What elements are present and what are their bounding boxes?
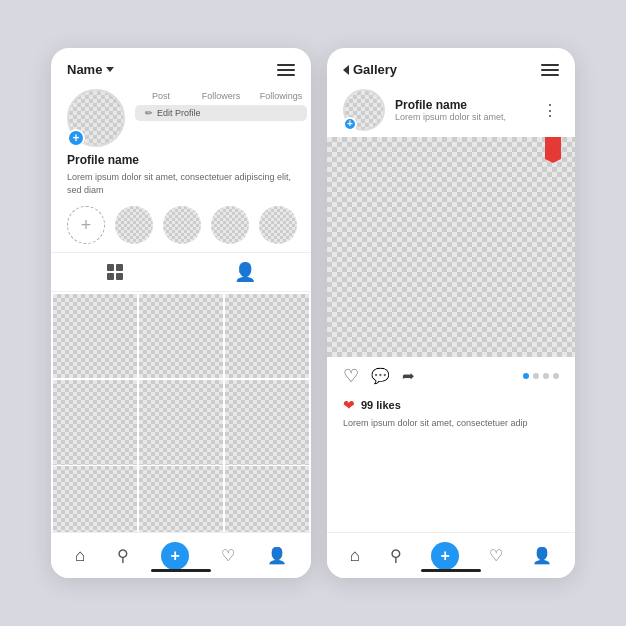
right-nav-home-button[interactable]: ⌂	[350, 546, 360, 566]
grid-cell	[107, 264, 114, 271]
profile-section: + Post Followers Followings	[51, 85, 311, 153]
user-icon: 👤	[532, 546, 552, 565]
stat-followings-label: Followings	[260, 91, 303, 101]
story-circle-3[interactable]	[211, 206, 249, 244]
story-circle-4[interactable]	[259, 206, 297, 244]
nav-add-button[interactable]: +	[161, 542, 189, 570]
dot-2	[533, 373, 539, 379]
edit-profile-button[interactable]: ✏ Edit Profile	[135, 105, 307, 121]
action-bar: ♡ 💬 ➦	[327, 357, 575, 395]
grid-cell	[116, 273, 123, 280]
carousel-indicator	[523, 373, 559, 379]
hamburger-menu[interactable]	[277, 64, 295, 76]
story-circle-1[interactable]	[115, 206, 153, 244]
avatar-wrap: +	[67, 89, 125, 147]
right-profile-info: Profile name Lorem ipsum dolor sit amet,	[395, 98, 532, 122]
hamburger-line	[277, 64, 295, 66]
post-cell-3[interactable]	[225, 294, 310, 379]
likes-row: ❤ 99 likes	[327, 395, 575, 417]
grid-cell	[116, 264, 123, 271]
profile-bio: Lorem ipsum dolor sit amet, consectetuer…	[51, 171, 311, 202]
stat-post: Post	[135, 91, 187, 101]
pencil-icon: ✏	[145, 108, 153, 118]
profile-name-header[interactable]: Name	[67, 62, 114, 77]
post-image[interactable]	[327, 137, 575, 357]
profile-tabs: 👤	[51, 252, 311, 292]
chevron-left-icon	[343, 65, 349, 75]
right-nav-search-button[interactable]: ⚲	[390, 546, 402, 565]
left-header: Name	[51, 48, 311, 85]
post-cell-5[interactable]	[139, 380, 224, 465]
stats-row: Post Followers Followings	[135, 91, 307, 101]
search-icon: ⚲	[117, 546, 129, 565]
heart-icon: ♡	[489, 546, 503, 565]
tab-person-icon[interactable]: 👤	[234, 261, 256, 283]
post-cell-2[interactable]	[139, 294, 224, 379]
hamburger-line	[277, 69, 295, 71]
hamburger-line	[541, 74, 559, 76]
profile-display-name: Profile name	[51, 153, 311, 171]
stat-followers-label: Followers	[202, 91, 241, 101]
right-hamburger-menu[interactable]	[541, 64, 559, 76]
search-icon: ⚲	[390, 546, 402, 565]
hamburger-line	[541, 69, 559, 71]
options-button[interactable]: ⋮	[542, 101, 559, 120]
stat-followers: Followers	[195, 91, 247, 101]
share-button[interactable]: ➦	[402, 367, 415, 385]
heart-red-icon: ❤	[343, 397, 355, 413]
avatar-add-button[interactable]: +	[67, 129, 85, 147]
stats-area: Post Followers Followings ✏ Edit Profile	[135, 89, 307, 121]
back-button[interactable]: Gallery	[343, 62, 397, 77]
edit-profile-label: Edit Profile	[157, 108, 201, 118]
stat-followings: Followings	[255, 91, 307, 101]
dot-4	[553, 373, 559, 379]
dot-1	[523, 373, 529, 379]
hamburger-line	[277, 74, 295, 76]
right-profile-row: + Profile name Lorem ipsum dolor sit ame…	[327, 85, 575, 137]
nav-heart-button[interactable]: ♡	[221, 546, 235, 565]
header-name-label: Name	[67, 62, 102, 77]
dot-3	[543, 373, 549, 379]
nav-home-button[interactable]: ⌂	[75, 546, 85, 566]
right-phone: Gallery + Profile name Lorem ipsum dolor…	[327, 48, 575, 578]
story-circle-2[interactable]	[163, 206, 201, 244]
right-nav-underline	[421, 569, 481, 572]
posts-grid	[51, 292, 311, 552]
left-phone: Name + Post	[51, 48, 311, 578]
comment-button[interactable]: 💬	[371, 367, 390, 385]
gallery-label: Gallery	[353, 62, 397, 77]
right-avatar-add-button[interactable]: +	[343, 117, 357, 131]
right-nav-add-button[interactable]: +	[431, 542, 459, 570]
stories-row: +	[51, 202, 311, 252]
grid-cell	[107, 273, 114, 280]
nav-underline	[151, 569, 211, 572]
post-caption: Lorem ipsum dolor sit amet, consectetuer…	[327, 417, 575, 436]
right-profile-name: Profile name	[395, 98, 532, 112]
bottom-nav: ⌂ ⚲ + ♡ 👤	[51, 532, 311, 578]
chevron-down-icon	[106, 67, 114, 72]
nav-search-button[interactable]: ⚲	[117, 546, 129, 565]
heart-icon: ♡	[221, 546, 235, 565]
user-icon: 👤	[267, 546, 287, 565]
right-nav-user-button[interactable]: 👤	[532, 546, 552, 565]
post-cell-6[interactable]	[225, 380, 310, 465]
right-nav-heart-button[interactable]: ♡	[489, 546, 503, 565]
nav-user-button[interactable]: 👤	[267, 546, 287, 565]
like-button[interactable]: ♡	[343, 365, 359, 387]
add-story-button[interactable]: +	[67, 206, 105, 244]
right-avatar-wrap: +	[343, 89, 385, 131]
likes-count: 99 likes	[361, 399, 401, 411]
home-icon: ⌂	[350, 546, 360, 566]
hamburger-line	[541, 64, 559, 66]
home-icon: ⌂	[75, 546, 85, 566]
right-bottom-nav: ⌂ ⚲ + ♡ 👤	[327, 532, 575, 578]
post-cell-4[interactable]	[53, 380, 138, 465]
right-profile-sub: Lorem ipsum dolor sit amet,	[395, 112, 532, 122]
right-header: Gallery	[327, 48, 575, 85]
post-cell-1[interactable]	[53, 294, 138, 379]
stat-post-label: Post	[152, 91, 170, 101]
bookmark-icon[interactable]	[545, 137, 561, 163]
tab-grid-icon[interactable]	[107, 264, 123, 280]
